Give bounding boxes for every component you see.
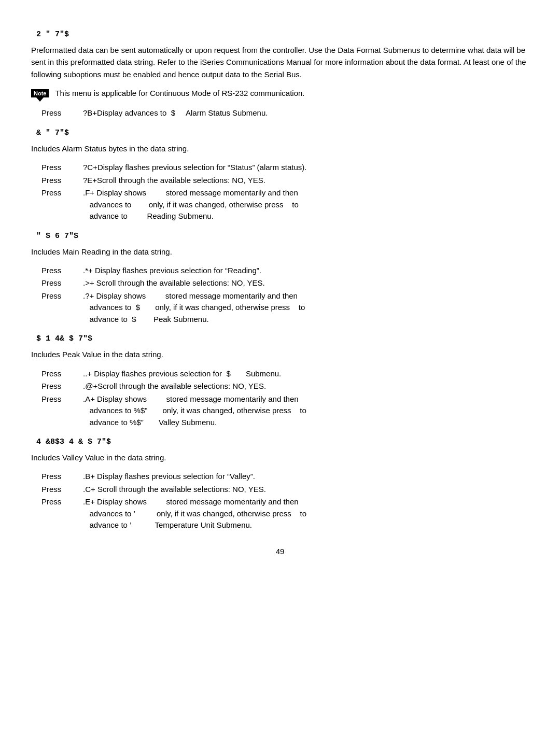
press-label: Press: [41, 277, 83, 289]
section-5-desc: Includes Valley Value in the data string…: [31, 452, 529, 463]
section-header-2: & " 7"$: [31, 129, 529, 137]
press-content: .C+ Scroll through the available selecti…: [83, 484, 529, 496]
press-content: ?C+Display flashes previous selection fo…: [83, 162, 529, 174]
press-label: Press: [41, 496, 83, 531]
press-label: Press: [41, 471, 83, 483]
press-row: Press ?C+Display flashes previous select…: [41, 162, 529, 174]
press-content: .@+Scroll through the available selectio…: [83, 381, 529, 392]
press-table-alarm-status-2: Press ?C+Display flashes previous select…: [41, 162, 529, 222]
press-label: Press: [41, 381, 83, 392]
press-label: Press: [41, 187, 83, 222]
press-row: Press .>+ Scroll through the available s…: [41, 277, 529, 289]
press-label: Press: [41, 107, 83, 119]
section-header-5: 4 &8$3 4 & $ 7"$: [31, 438, 529, 446]
press-content: .F+ Display shows stored message momenta…: [83, 187, 529, 222]
section-4-desc: Includes Peak Value in the data string.: [31, 348, 529, 360]
section-2-desc: Includes Alarm Status bytes in the data …: [31, 143, 529, 154]
press-content: .>+ Scroll through the available selecti…: [83, 277, 529, 289]
press-label: Press: [41, 484, 83, 496]
press-row: Press ?E+Scroll through the available se…: [41, 175, 529, 187]
press-content: .A+ Display shows stored message momenta…: [83, 393, 529, 429]
section-header-3: " $ 6 7"$: [31, 232, 529, 241]
press-label: Press: [41, 368, 83, 380]
press-row: Press .A+ Display shows stored message m…: [41, 393, 529, 429]
intro-paragraph: Preformatted data can be sent automatica…: [31, 44, 529, 80]
section-header-1: 2 " 7"$: [31, 30, 529, 39]
press-row: Press .B+ Display flashes previous selec…: [41, 471, 529, 483]
note-box: Note This menu is applicable for Continu…: [31, 88, 529, 100]
press-row: Press .*+ Display flashes previous selec…: [41, 265, 529, 277]
press-label: Press: [41, 265, 83, 277]
press-table-valley-value: Press .B+ Display flashes previous selec…: [41, 471, 529, 531]
press-table-alarm-status-1: Press ?B+Display advances to $ Alarm Sta…: [41, 107, 529, 119]
press-content: ?E+Scroll through the available selectio…: [83, 175, 529, 187]
press-row: Press .@+Scroll through the available se…: [41, 381, 529, 392]
press-row: Press .F+ Display shows stored message m…: [41, 187, 529, 222]
note-text: This menu is applicable for Continuous M…: [55, 88, 304, 100]
press-row: Press ?B+Display advances to $ Alarm Sta…: [41, 107, 529, 119]
press-row: Press .E+ Display shows stored message m…: [41, 496, 529, 531]
note-label: Note: [31, 89, 49, 97]
press-content: .?+ Display shows stored message momenta…: [83, 290, 529, 326]
press-label: Press: [41, 393, 83, 429]
section-3-desc: Includes Main Reading in the data string…: [31, 246, 529, 258]
section-header-4: $ 1 4& $ 7"$: [31, 334, 529, 343]
press-label: Press: [41, 162, 83, 174]
press-content: .*+ Display flashes previous selection f…: [83, 265, 529, 277]
press-table-peak-value: Press ..+ Display flashes previous selec…: [41, 368, 529, 429]
press-content: ..+ Display flashes previous selection f…: [83, 368, 529, 380]
press-content: ?B+Display advances to $ Alarm Status Su…: [83, 107, 529, 119]
press-row: Press .C+ Scroll through the available s…: [41, 484, 529, 496]
press-table-main-reading: Press .*+ Display flashes previous selec…: [41, 265, 529, 326]
page-number: 49: [31, 547, 529, 556]
page-content: 2 " 7"$ Preformatted data can be sent au…: [31, 30, 529, 556]
press-row: Press .?+ Display shows stored message m…: [41, 290, 529, 326]
press-label: Press: [41, 290, 83, 326]
press-row: Press ..+ Display flashes previous selec…: [41, 368, 529, 380]
press-content: .B+ Display flashes previous selection f…: [83, 471, 529, 483]
press-content: .E+ Display shows stored message momenta…: [83, 496, 529, 531]
press-label: Press: [41, 175, 83, 187]
